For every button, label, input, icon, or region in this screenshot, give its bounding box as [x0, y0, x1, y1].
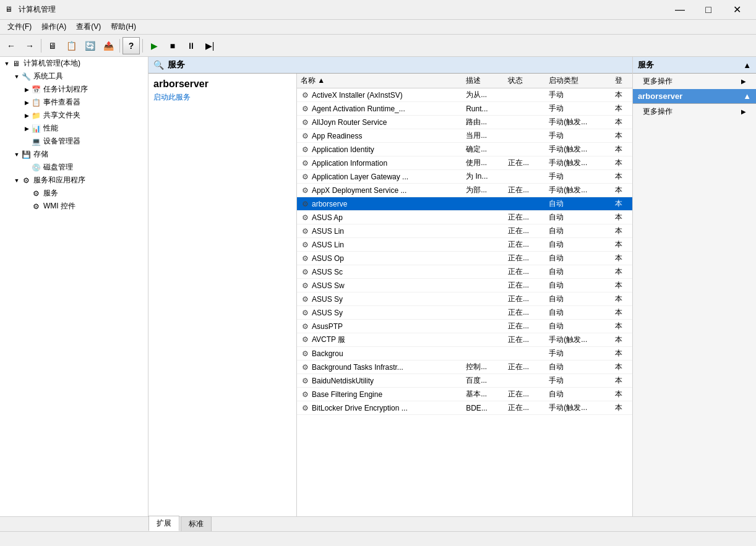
col-desc[interactable]: 描述	[462, 74, 504, 88]
table-row[interactable]: ⚙arborserve 自动 本	[297, 197, 632, 211]
menu-item-file[interactable]: 文件(F)	[2, 20, 37, 33]
menu-item-help[interactable]: 帮助(H)	[106, 20, 141, 33]
table-row[interactable]: ⚙AppX Deployment Service ... 为部... 正在...…	[297, 184, 632, 197]
actions-section-services[interactable]: 服务 ▲	[633, 57, 756, 74]
stop-button[interactable]: ■	[164, 37, 181, 54]
help-button[interactable]: ?	[122, 37, 140, 54]
actions-section-title: arborserver	[638, 92, 682, 101]
tree-item-disk-management[interactable]: 💿 磁盘管理	[0, 161, 148, 174]
tab-standard[interactable]: 标准	[181, 516, 212, 531]
tree-item-services-apps[interactable]: ▼ ⚙ 服务和应用程序	[0, 174, 148, 187]
table-area: 名称 ▲ 描述 状态 启动类型 登 ⚙ActiveX Installer (Ax…	[297, 74, 632, 516]
table-row[interactable]: ⚙ASUS Sy 正在... 自动 本	[297, 292, 632, 306]
expand-arrow: ▼	[12, 151, 21, 158]
actions-section-arborserver[interactable]: arborserver ▲	[633, 89, 756, 104]
table-row[interactable]: ⚙BaiduNetdiskUtility 百度... 手动 本	[297, 374, 632, 388]
minimize-button[interactable]: —	[666, 0, 694, 20]
table-row[interactable]: ⚙ASUS Ap 正在... 自动 本	[297, 211, 632, 224]
app-icon: 🖥	[5, 5, 15, 15]
tree-item-wmi[interactable]: ⚙ WMI 控件	[0, 200, 148, 213]
table-row[interactable]: ⚙ASUS Op 正在... 自动 本	[297, 252, 632, 265]
table-row[interactable]: ⚙AVCTP 服 正在... 手动(触发... 本	[297, 333, 632, 347]
service-gear-icon: ⚙	[301, 173, 309, 181]
back-button[interactable]: ←	[2, 37, 20, 54]
close-button[interactable]: ✕	[723, 0, 751, 20]
table-row[interactable]: ⚙BitLocker Drive Encryption ... BDE... 正…	[297, 401, 632, 415]
services-header-title: 服务	[168, 59, 185, 70]
window-controls: — □ ✕	[666, 0, 751, 20]
table-row[interactable]: ⚙AllJoyn Router Service 路由... 手动(触发... 本	[297, 116, 632, 129]
service-gear-icon: ⚙	[301, 377, 309, 385]
col-status[interactable]: 状态	[504, 74, 545, 88]
service-gear-icon: ⚙	[301, 404, 309, 412]
service-gear-icon: ⚙	[301, 213, 309, 222]
task-icon: 📅	[31, 85, 41, 95]
table-row[interactable]: ⚙Application Layer Gateway ... 为 In... 手…	[297, 170, 632, 184]
tree-item-shared-folders[interactable]: ▶ 📁 共享文件夹	[0, 109, 148, 122]
col-name[interactable]: 名称 ▲	[297, 74, 462, 88]
table-row[interactable]: ⚙Application Identity 确定... 手动(触发... 本	[297, 143, 632, 156]
forward-button[interactable]: →	[21, 37, 38, 54]
folder-icon: 📁	[31, 111, 41, 121]
search-icon: 🔍	[153, 60, 164, 70]
actions-collapse-arrow: ▲	[743, 61, 751, 70]
disk-icon: 💿	[31, 163, 41, 173]
tree-item-task-scheduler[interactable]: ▶ 📅 任务计划程序	[0, 83, 148, 96]
service-gear-icon: ⚙	[301, 200, 309, 208]
table-row[interactable]: ⚙ASUS Sc 正在... 自动 本	[297, 265, 632, 279]
col-startup[interactable]: 启动类型	[545, 74, 611, 88]
table-row[interactable]: ⚙ASUS Lin 正在... 自动 本	[297, 224, 632, 238]
tab-extend[interactable]: 扩展	[148, 516, 179, 531]
export-button[interactable]: 📤	[100, 37, 117, 54]
table-row[interactable]: ⚙Background Tasks Infrastr... 控制... 正在..…	[297, 360, 632, 374]
action-more-operations-1[interactable]: 更多操作 ▶	[633, 74, 756, 89]
tree-item-performance[interactable]: ▶ 📊 性能	[0, 122, 148, 135]
menu-item-action[interactable]: 操作(A)	[37, 20, 71, 33]
table-row[interactable]: ⚙Base Filtering Engine 基本... 正在... 自动 本	[297, 388, 632, 401]
table-row[interactable]: ⚙Agent Activation Runtime_... Runt... 手动…	[297, 102, 632, 116]
actions-section-title: 服务	[638, 59, 654, 70]
tree-item-computer[interactable]: ▼ 🖥 计算机管理(本地)	[0, 57, 148, 70]
main-layout: ▼ 🖥 计算机管理(本地) ▼ 🔧 系统工具 ▶ 📅 任务计划程序 ▶ 📋 事件…	[0, 57, 756, 516]
refresh-button[interactable]: 🔄	[81, 37, 98, 54]
start-service-link[interactable]: 启动此服务	[153, 93, 191, 101]
properties-button[interactable]: 📋	[62, 37, 80, 54]
action-label: 更多操作	[643, 76, 672, 87]
tree-item-system-tools[interactable]: ▼ 🔧 系统工具	[0, 70, 148, 83]
table-row[interactable]: ⚙ASUS Sw 正在... 自动 本	[297, 279, 632, 292]
tree-label: 任务计划程序	[43, 84, 88, 95]
service-gear-icon: ⚙	[301, 105, 309, 113]
table-row[interactable]: ⚙ASUS Lin 正在... 自动 本	[297, 238, 632, 252]
table-row[interactable]: ⚙ActiveX Installer (AxInstSV) 为从... 手动 本	[297, 88, 632, 102]
col-login[interactable]: 登	[611, 74, 632, 88]
action-more-operations-2[interactable]: 更多操作 ▶	[633, 104, 756, 119]
table-row[interactable]: ⚙AsusPTP 正在... 自动 本	[297, 320, 632, 333]
service-gear-icon: ⚙	[301, 159, 309, 168]
tree-label: 存储	[33, 149, 48, 160]
menu-item-view[interactable]: 查看(V)	[71, 20, 106, 33]
tree-item-event-viewer[interactable]: ▶ 📋 事件查看器	[0, 96, 148, 109]
maximize-button[interactable]: □	[694, 0, 723, 20]
tree-item-device-manager[interactable]: 💻 设备管理器	[0, 135, 148, 148]
computer-icon-button[interactable]: 🖥	[44, 37, 61, 54]
tree-item-storage[interactable]: ▼ 💾 存储	[0, 148, 148, 161]
services-header: 🔍 服务	[148, 57, 632, 74]
table-row[interactable]: ⚙Application Information 使用... 正在... 手动(…	[297, 156, 632, 170]
action-arrow: ▶	[741, 78, 746, 85]
table-row[interactable]: ⚙ASUS Sy 正在... 自动 本	[297, 306, 632, 320]
tree-label: 设备管理器	[43, 136, 80, 147]
play-button[interactable]: ▶	[145, 37, 163, 54]
pause-button[interactable]: ⏸	[183, 37, 200, 54]
detail-panel: arborserver 启动此服务	[148, 74, 297, 516]
expand-arrow: ▼	[12, 177, 21, 184]
toolbar-separator-3	[142, 39, 143, 53]
menu-bar: 文件(F)操作(A)查看(V)帮助(H)	[0, 20, 756, 35]
table-row[interactable]: ⚙App Readiness 当用... 手动 本	[297, 129, 632, 143]
service-gear-icon: ⚙	[301, 132, 309, 140]
tree-item-services[interactable]: ⚙ 服务	[0, 187, 148, 200]
wmi-icon: ⚙	[31, 202, 41, 211]
toolbar-separator-2	[119, 39, 120, 53]
step-button[interactable]: ▶|	[201, 37, 218, 54]
tree-label: WMI 控件	[43, 201, 75, 211]
table-row[interactable]: ⚙Backgrou 手动 本	[297, 347, 632, 360]
